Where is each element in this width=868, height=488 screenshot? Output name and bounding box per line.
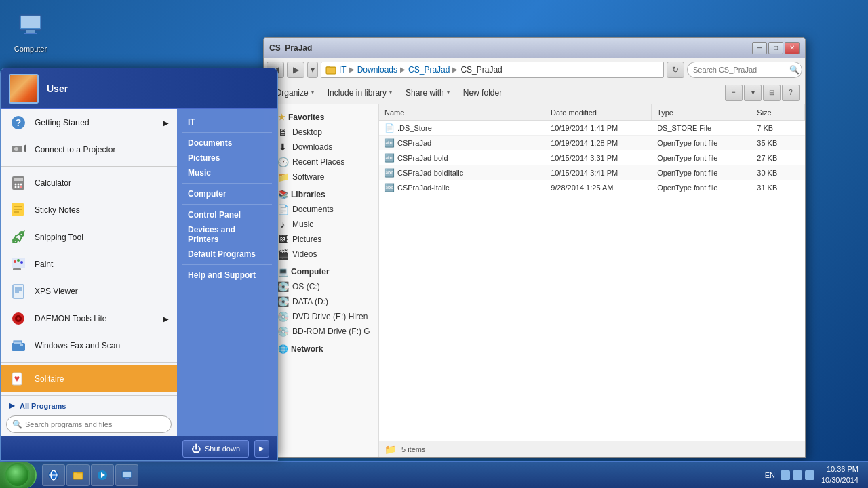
col-date-header[interactable]: Date modified — [545, 104, 652, 120]
start-menu-right: IT Documents Pictures Music Computer Con… — [177, 109, 277, 436]
tray-clock[interactable]: 10:36 PM 10/30/2014 — [817, 464, 863, 485]
search-box: 🔍 — [6, 415, 172, 433]
daemon-tools-icon — [9, 309, 28, 328]
start-item-paint[interactable]: Paint — [1, 251, 177, 278]
taskbar-explorer[interactable] — [66, 464, 90, 486]
libraries-header[interactable]: ▶ 📚 Libraries — [264, 187, 378, 202]
nav-documents[interactable]: 📄 Documents — [264, 202, 378, 217]
search-input[interactable] — [693, 66, 787, 74]
include-library-button[interactable]: Include in library ▾ — [321, 84, 398, 102]
table-row[interactable]: 🔤CSPraJad-boldItalic 10/15/2014 3:41 PM … — [379, 165, 805, 180]
start-item-connect-projector[interactable]: Connect to a Projector — [1, 136, 177, 163]
nav-downloads[interactable]: ⬇ Downloads — [264, 140, 378, 155]
col-name-header[interactable]: Name — [379, 104, 545, 120]
start-menu-header: User — [1, 68, 277, 109]
taskbar-tray: EN 10:36 PM 10/30/2014 — [757, 462, 868, 488]
shutdown-icon: ⏻ — [191, 443, 201, 454]
favorites-header[interactable]: ▶ ★ Favorites — [264, 110, 378, 125]
desktop: Computer Recycle Bin CS_PraJad ─ □ ✕ — [0, 0, 868, 488]
divider — [1, 166, 177, 167]
col-size-header[interactable]: Size — [751, 104, 805, 120]
forward-button[interactable]: ▶ — [287, 62, 304, 78]
table-row[interactable]: 📄.DS_Store 10/19/2014 1:41 PM DS_STORE F… — [379, 121, 805, 136]
tray-icon-network — [781, 470, 790, 480]
desktop-nav-icon: 🖥 — [277, 127, 288, 138]
nav-datad[interactable]: 💽 DATA (D:) — [264, 294, 378, 309]
breadcrumb-it[interactable]: IT — [339, 65, 347, 75]
svg-rect-16 — [14, 178, 23, 181]
start-item-solitaire[interactable]: ♥ Solitaire — [1, 365, 177, 392]
nav-music[interactable]: ♪ Music — [264, 217, 378, 232]
nav-desktop[interactable]: 🖥 Desktop — [264, 125, 378, 140]
svg-rect-50 — [73, 472, 83, 479]
file-rows: 📄.DS_Store 10/19/2014 1:41 PM DS_STORE F… — [379, 121, 805, 441]
nav-dvde[interactable]: 💿 DVD Drive (E:) Hiren — [264, 309, 378, 324]
desktop-icon-computer[interactable]: Computer — [7, 7, 54, 56]
start-button[interactable] — [0, 462, 37, 489]
computer-header[interactable]: ▶ 💻 Computer — [264, 264, 378, 279]
search-programs-input[interactable] — [25, 420, 165, 428]
breadcrumb-downloads[interactable]: Downloads — [357, 65, 397, 75]
all-programs-button[interactable]: ▶ All Programs — [1, 399, 177, 413]
right-item-control-panel[interactable]: Control Panel — [177, 207, 277, 222]
nav-bdf[interactable]: 💿 BD-ROM Drive (F:) G — [264, 324, 378, 339]
right-item-computer[interactable]: Computer — [177, 186, 277, 201]
refresh-button[interactable]: ↻ — [667, 62, 684, 78]
computer-nav-icon: 💻 — [278, 267, 288, 277]
start-item-fax-scan[interactable]: Windows Fax and Scan — [1, 332, 177, 359]
breadcrumb-csprajad1[interactable]: CS_PraJad — [408, 65, 450, 75]
start-item-calculator[interactable]: Calculator — [1, 169, 177, 197]
start-item-sticky-notes[interactable]: Sticky Notes — [1, 197, 177, 224]
svg-rect-9 — [326, 67, 336, 74]
minimize-button[interactable]: ─ — [752, 42, 767, 54]
shutdown-button[interactable]: ⏻ Shut down — [182, 440, 249, 458]
nav-videos[interactable]: 🎬 Videos — [264, 247, 378, 262]
right-item-pictures[interactable]: Pictures — [177, 150, 277, 165]
right-item-it[interactable]: IT — [177, 115, 277, 129]
view-details-button[interactable]: ≡ — [725, 85, 743, 101]
right-item-music[interactable]: Music — [177, 165, 277, 180]
start-item-xps-viewer[interactable]: XPS Viewer — [1, 278, 177, 305]
status-bar: 📁 5 items — [379, 441, 805, 457]
taskbar-remote-desktop[interactable] — [115, 464, 138, 486]
taskbar-media-player[interactable] — [91, 464, 114, 486]
search-bar: 🔍 — [687, 62, 802, 78]
right-item-devices-printers[interactable]: Devices and Printers — [177, 222, 277, 247]
svg-text:♥: ♥ — [14, 373, 20, 384]
svg-point-22 — [20, 186, 22, 188]
organize-arrow: ▾ — [311, 89, 314, 96]
table-row[interactable]: 🔤CSPraJad-Italic 9/28/2014 1:25 AM OpenT… — [379, 180, 805, 195]
start-item-snipping-tool[interactable]: Snipping Tool — [1, 224, 177, 251]
table-row[interactable]: 🔤CSPraJad 10/19/2014 1:28 PM OpenType fo… — [379, 136, 805, 150]
start-item-daemon-tools[interactable]: DAEMON Tools Lite ▶ — [1, 305, 177, 332]
right-item-documents[interactable]: Documents — [177, 136, 277, 150]
share-with-button[interactable]: Share with ▾ — [399, 84, 456, 102]
nav-pictures[interactable]: 🖼 Pictures — [264, 232, 378, 247]
dropdown-button[interactable]: ▾ — [307, 62, 318, 78]
table-row[interactable]: 🔤CSPraJad-bold 10/15/2014 3:31 PM OpenTy… — [379, 150, 805, 165]
maximize-button[interactable]: □ — [768, 42, 783, 54]
new-folder-button[interactable]: New folder — [457, 84, 508, 102]
close-button[interactable]: ✕ — [785, 42, 800, 54]
share-arrow: ▾ — [447, 89, 450, 96]
start-item-getting-started[interactable]: ? Getting Started ▶ — [1, 109, 177, 136]
col-type-header[interactable]: Type — [652, 104, 751, 120]
breadcrumb-csprajad2[interactable]: CS_PraJad — [460, 65, 502, 75]
nav-osc[interactable]: 💽 OS (C:) — [264, 279, 378, 294]
right-item-help-support[interactable]: Help and Support — [177, 268, 277, 283]
right-item-default-programs[interactable]: Default Programs — [177, 247, 277, 262]
preview-pane-button[interactable]: ⊟ — [763, 85, 781, 101]
view-dropdown-button[interactable]: ▾ — [744, 85, 762, 101]
videos-nav-icon: 🎬 — [277, 249, 288, 260]
network-header[interactable]: ▶ 🌐 Network — [264, 342, 378, 357]
shutdown-arrow-button[interactable]: ▶ — [254, 440, 269, 458]
nav-software[interactable]: 📁 Software — [264, 169, 378, 184]
nav-recent-places[interactable]: 🕐 Recent Places — [264, 155, 378, 169]
nav-panel: ▶ ★ Favorites 🖥 Desktop ⬇ Downloads 🕐 Re… — [264, 104, 379, 457]
breadcrumb[interactable]: IT ▶ Downloads ▶ CS_PraJad ▶ CS_PraJad — [321, 62, 664, 78]
taskbar-ie[interactable] — [42, 464, 65, 486]
arrow-icon: ▶ — [163, 315, 169, 323]
projector-icon — [9, 140, 28, 159]
status-text: 5 items — [401, 445, 425, 453]
help-button[interactable]: ? — [782, 85, 800, 101]
